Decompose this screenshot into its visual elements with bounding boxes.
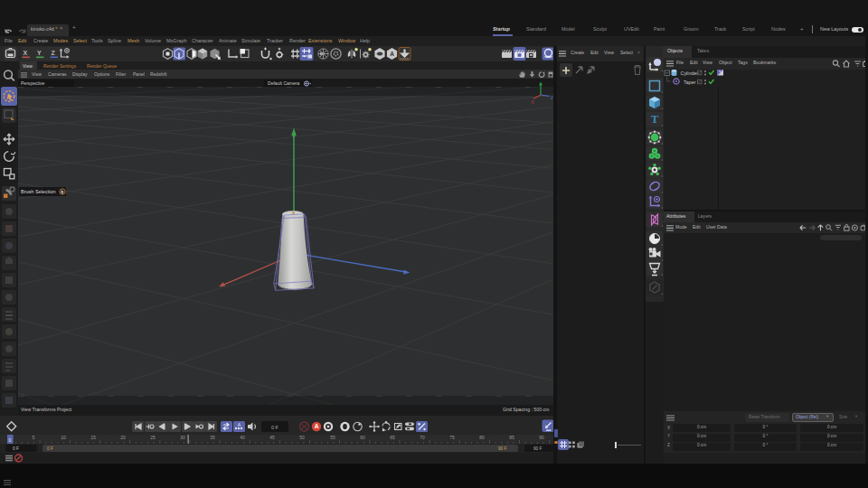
- svg-text:Cylinder: Cylinder: [681, 70, 699, 75]
- svg-text:T: T: [651, 112, 659, 126]
- svg-text:Taper: Taper: [684, 79, 696, 84]
- svg-text:Y: Y: [37, 50, 42, 56]
- svg-text:X: X: [532, 100, 534, 105]
- svg-text:Z: Z: [52, 50, 56, 56]
- svg-text:0 F: 0 F: [271, 425, 279, 430]
- svg-text:A: A: [390, 51, 394, 57]
- svg-text:X: X: [24, 50, 28, 56]
- svg-text:0: 0: [9, 437, 12, 443]
- svg-text:A: A: [315, 423, 319, 429]
